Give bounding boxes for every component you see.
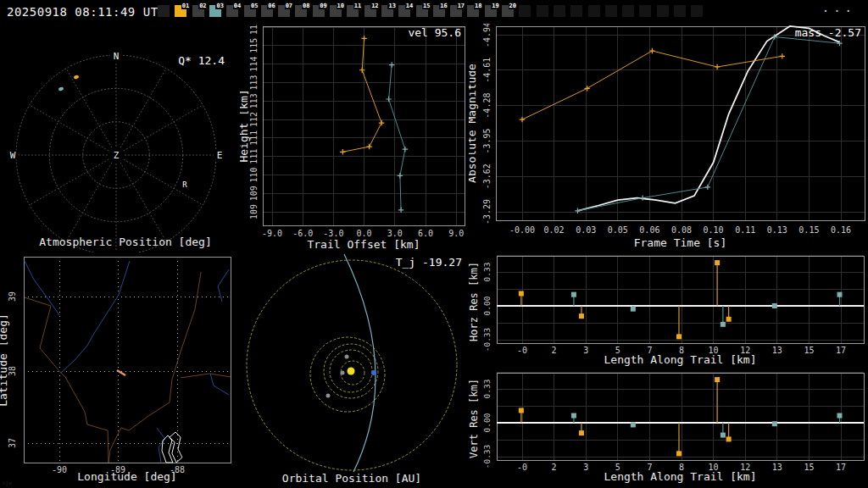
frame-number-label: 17	[457, 3, 465, 9]
planet-dot-1	[345, 355, 349, 359]
polar-title: Atmospheric Position [deg]	[39, 236, 212, 248]
frame-square-12[interactable]: 12	[364, 5, 376, 17]
frame-square-17[interactable]: 17	[450, 5, 462, 17]
y-axis-title: Height [km]	[240, 89, 250, 162]
polar-spoke	[120, 69, 166, 148]
frame-square-09[interactable]: 09	[313, 5, 325, 17]
frame-number-label: 10	[337, 3, 345, 9]
x-axis-title: Length Along Trail [km]	[604, 470, 756, 483]
cardinal-label-N: N	[114, 51, 120, 62]
frame-square-19[interactable]: 19	[485, 5, 497, 17]
meteor-point-orange	[73, 75, 79, 80]
x-tick-label: -0.00	[509, 225, 535, 235]
y-tick-label: 0.33	[482, 380, 492, 399]
x-tick-label: 0.06	[639, 225, 659, 235]
orbital-title: Orbital Position [AU]	[282, 472, 421, 485]
marker-camera-2	[403, 147, 408, 152]
frame-square-10[interactable]: 10	[330, 5, 342, 17]
frame-square-07[interactable]: 07	[278, 5, 290, 17]
frame-number-label: 05	[250, 3, 259, 9]
marker-camera-2	[389, 62, 394, 67]
corner-label: mass -2.57	[795, 26, 861, 39]
y-tick-label: 39	[8, 291, 17, 302]
frame-square-blank	[537, 5, 548, 17]
x-tick-label: 15	[804, 346, 814, 355]
x-tick-label: -90	[52, 465, 67, 474]
map-feature-state-boundary-southeast	[181, 374, 231, 378]
frame-square-20[interactable]: 20	[502, 5, 514, 17]
x-tick-label: 17	[836, 346, 846, 355]
frame-square-06[interactable]: 06	[261, 5, 273, 17]
frame-square-01[interactable]: 01	[175, 5, 186, 17]
cardinal-label-Z: Z	[114, 150, 120, 161]
plot-border	[263, 26, 465, 225]
y-axis-title: Horz Res [km]	[469, 262, 480, 341]
frame-number-label: 06	[267, 3, 275, 9]
frame-square-16[interactable]: 16	[433, 5, 445, 17]
map-feature-county-outline-2	[162, 435, 173, 463]
panel-light-curve: -0.000.020.030.050.060.080.100.110.130.1…	[469, 24, 868, 256]
frame-square-14[interactable]: 14	[398, 5, 410, 17]
planet-dot-2	[341, 371, 345, 375]
planet-dot-3	[326, 394, 331, 398]
panel-horizontal-residuals: -02357810121315170.330.00-0.33Length Alo…	[469, 252, 868, 374]
x-tick-label: 9.0	[448, 229, 464, 238]
q-value-label: Q* 12.4	[178, 54, 225, 67]
x-tick-label: 0.08	[671, 225, 692, 235]
y-tick-label: 111	[249, 130, 259, 146]
polar-spoke	[66, 163, 112, 242]
y-tick-label: 0.33	[482, 263, 492, 282]
frame-square-05[interactable]: 05	[244, 5, 256, 17]
residual-square-camera-1-res	[579, 313, 584, 319]
frame-square-blank	[605, 5, 617, 17]
y-tick-label: 0.00	[482, 296, 492, 315]
x-axis-title: Longitude [deg]	[77, 470, 176, 483]
radiant-marker: R	[182, 180, 187, 189]
x-tick-label: 13	[772, 463, 782, 472]
top-bar: 20250918 08:11:49 UTC 010203040506070809…	[0, 0, 868, 24]
series-line-camera-1-mag	[522, 51, 782, 119]
frame-number-label: 19	[491, 3, 499, 9]
frame-square-03[interactable]: 03	[209, 5, 221, 17]
frame-number-label: 08	[302, 3, 310, 9]
y-tick-label: 109	[249, 186, 259, 201]
y-tick-label: -3.62	[482, 164, 492, 189]
x-tick-label: 13	[772, 346, 782, 355]
frame-square-15[interactable]: 15	[416, 5, 428, 17]
x-tick-label: 0.05	[608, 225, 628, 235]
frame-square-18[interactable]: 18	[467, 5, 479, 17]
frame-square-blank	[674, 5, 686, 17]
frame-square-blank	[554, 5, 565, 17]
x-tick-label: 3.0	[387, 229, 403, 238]
frame-square-11[interactable]: 11	[347, 5, 359, 17]
overflow-menu-button[interactable]: ...	[822, 1, 856, 14]
x-tick-label: 6.0	[418, 229, 433, 238]
marker-camera-2	[398, 173, 403, 178]
frame-number-label: 18	[474, 3, 482, 9]
y-tick-label: -0.33	[482, 328, 492, 352]
frame-square-blank	[639, 5, 651, 17]
residual-square-camera-1-res	[519, 291, 524, 296]
frame-square-08[interactable]: 08	[295, 5, 307, 17]
marker-camera-2-mag	[575, 208, 580, 214]
frame-square-04[interactable]: 04	[226, 5, 238, 17]
frame-number-label: 07	[285, 3, 293, 9]
y-tick-label: 110	[249, 167, 259, 182]
x-tick-label: -0	[517, 463, 527, 472]
frame-square-13[interactable]: 13	[381, 5, 393, 17]
y-tick-label: 111	[249, 149, 259, 164]
frame-square-blank	[691, 5, 703, 17]
y-tick-label: -3.95	[482, 128, 492, 153]
map-feature-state-boundary-west	[25, 297, 108, 463]
frame-square-02[interactable]: 02	[192, 5, 204, 17]
x-tick-label: 0.15	[798, 225, 819, 235]
trail_offset-plot: -9.0-6.0-3.00.03.06.09.01151151141131131…	[240, 24, 469, 252]
y-tick-label: 113	[249, 93, 259, 108]
residual-square-camera-1-res	[715, 377, 720, 382]
light_curve-plot: -0.000.020.030.050.060.080.100.110.130.1…	[469, 24, 868, 252]
x-tick-label: -6.0	[292, 229, 313, 238]
frame-number-label: 03	[215, 3, 224, 9]
marker-camera-1-mag	[585, 86, 590, 91]
residual-square-camera-2-res	[837, 413, 842, 419]
corner-label: vel 95.6	[408, 26, 461, 39]
